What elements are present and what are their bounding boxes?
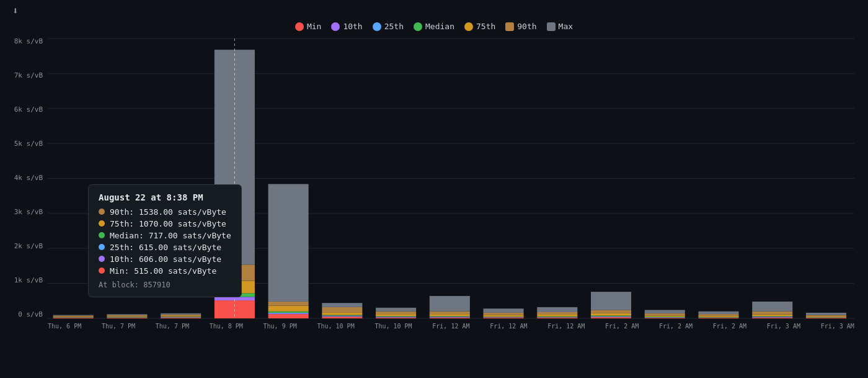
svg-rect-27	[161, 313, 201, 315]
svg-rect-71	[537, 318, 577, 318]
svg-rect-14	[53, 315, 94, 316]
svg-rect-95	[698, 316, 738, 317]
x-label: Fri, 12 AM	[490, 323, 527, 330]
svg-rect-77	[537, 307, 577, 312]
tooltip-row: 10th: 606.00 sats/vByte	[99, 254, 231, 264]
svg-rect-60	[430, 316, 470, 317]
svg-rect-110	[806, 313, 846, 315]
svg-rect-103	[752, 312, 792, 315]
tooltip-row: Median: 717.00 sats/vByte	[99, 231, 231, 240]
svg-rect-109	[806, 315, 846, 317]
svg-rect-47	[322, 313, 362, 315]
svg-rect-79	[591, 317, 631, 317]
tooltip-row: 90th: 1538.00 sats/vByte	[99, 207, 231, 217]
svg-rect-102	[752, 315, 792, 317]
svg-rect-76	[537, 312, 577, 315]
svg-rect-48	[322, 307, 362, 313]
svg-rect-84	[591, 292, 631, 310]
svg-rect-105	[806, 318, 846, 318]
svg-rect-85	[645, 318, 685, 318]
svg-rect-94	[698, 317, 738, 318]
x-label: Thu, 7 PM	[156, 323, 189, 330]
svg-rect-50	[376, 318, 416, 318]
svg-rect-36	[268, 314, 309, 318]
tooltip: August 22 at 8:38 PM 90th: 1538.00 sats/…	[88, 184, 242, 297]
legend-item-max: Max	[547, 22, 573, 31]
legend-item-75th: 75th	[464, 22, 495, 31]
y-label: 3k s/vB	[7, 208, 48, 216]
download-icon[interactable]: ⬇	[12, 5, 19, 17]
y-label: 7k s/vB	[7, 71, 48, 79]
header: ⬇	[7, 5, 861, 17]
svg-rect-70	[484, 308, 524, 313]
x-label: Thu, 9 PM	[264, 323, 297, 330]
svg-rect-63	[430, 296, 470, 312]
x-label: Fri, 3 AM	[821, 323, 854, 330]
svg-rect-99	[752, 317, 792, 318]
x-label: Fri, 2 AM	[659, 323, 693, 330]
svg-rect-58	[430, 317, 470, 318]
svg-rect-17	[107, 317, 147, 318]
svg-rect-13	[53, 315, 94, 317]
svg-rect-97	[698, 312, 738, 315]
x-label: Fri, 2 AM	[605, 323, 639, 330]
svg-rect-42	[268, 184, 309, 302]
chart-inner: August 22 at 8:38 PM 90th: 1538.00 sats/…	[48, 37, 854, 320]
tooltip-row: Min: 515.00 sats/vByte	[99, 266, 231, 276]
svg-rect-96	[698, 314, 738, 316]
svg-rect-43	[322, 317, 362, 318]
svg-rect-98	[752, 318, 792, 318]
svg-rect-46	[322, 315, 362, 316]
svg-rect-51	[376, 317, 416, 318]
svg-rect-89	[645, 315, 685, 317]
svg-rect-41	[268, 302, 309, 306]
x-label: Thu, 10 PM	[317, 323, 354, 330]
svg-rect-26	[161, 315, 201, 317]
svg-rect-25	[161, 317, 201, 317]
svg-rect-15	[107, 318, 147, 318]
legend-item-10th: 10th	[331, 22, 362, 31]
svg-rect-92	[698, 318, 738, 318]
svg-rect-62	[430, 312, 470, 315]
tooltip-row: 75th: 1070.00 sats/vByte	[99, 219, 231, 228]
svg-rect-57	[430, 318, 470, 318]
svg-rect-82	[591, 313, 631, 316]
legend-item-min: Min	[295, 22, 321, 31]
svg-rect-90	[645, 313, 685, 316]
svg-rect-74	[537, 317, 577, 317]
page: ⬇ Min10th25thMedian75th90thMax 0 s/vB1k …	[0, 0, 868, 378]
tooltip-row: 25th: 615.00 sats/vByte	[99, 243, 231, 252]
svg-rect-55	[376, 312, 416, 315]
x-label: Fri, 2 AM	[713, 323, 746, 330]
svg-rect-64	[484, 318, 524, 318]
svg-rect-81	[591, 315, 631, 316]
y-label: 4k s/vB	[7, 174, 48, 182]
svg-rect-9	[53, 318, 94, 318]
svg-rect-37	[268, 313, 309, 314]
x-label: Thu, 7 PM	[102, 323, 135, 330]
y-label: 6k s/vB	[7, 106, 48, 114]
svg-rect-88	[645, 317, 685, 317]
y-label: 0 s/vB	[7, 310, 48, 318]
svg-rect-49	[322, 303, 362, 307]
tooltip-title: August 22 at 8:38 PM	[99, 192, 231, 202]
svg-rect-39	[268, 312, 309, 313]
svg-rect-68	[484, 315, 524, 317]
svg-rect-61	[430, 314, 470, 316]
legend-item-90th: 90th	[505, 22, 536, 31]
x-label: Fri, 12 AM	[547, 323, 585, 330]
x-label: Thu, 6 PM	[48, 323, 81, 330]
svg-rect-75	[537, 315, 577, 317]
svg-rect-91	[645, 310, 685, 313]
svg-rect-40	[268, 306, 309, 312]
svg-rect-83	[591, 310, 631, 313]
svg-rect-21	[161, 318, 201, 318]
svg-rect-69	[484, 313, 524, 315]
tooltip-block: At block: 857910	[99, 281, 231, 289]
x-label: Thu, 8 PM	[210, 323, 243, 330]
y-label: 8k s/vB	[7, 37, 48, 45]
svg-rect-19	[107, 315, 147, 317]
svg-rect-44	[322, 316, 362, 317]
legend-item-25th: 25th	[373, 22, 404, 31]
x-label: Thu, 10 PM	[374, 323, 412, 330]
